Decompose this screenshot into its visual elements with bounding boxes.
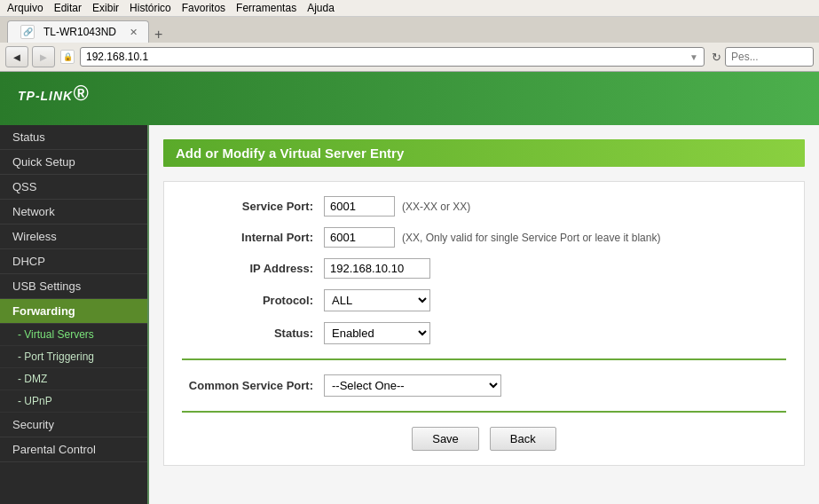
ip-address-label: IP Address: bbox=[182, 262, 324, 275]
status-row: Status: Enabled Disabled bbox=[182, 322, 786, 344]
menu-editar[interactable]: Editar bbox=[54, 2, 82, 14]
internal-port-hint: (XX, Only valid for single Service Port … bbox=[402, 232, 660, 244]
common-service-label: Common Service Port: bbox=[182, 379, 324, 392]
sidebar-label-security: Security bbox=[12, 418, 54, 431]
page-content: TP-LINK® Status Quick Setup QSS Network … bbox=[0, 72, 819, 504]
refresh-button[interactable]: ↻ bbox=[712, 51, 721, 64]
ip-address-row: IP Address: bbox=[182, 258, 786, 279]
sidebar-item-upnp[interactable]: - UPnP bbox=[0, 390, 147, 413]
sidebar: Status Quick Setup QSS Network Wireless … bbox=[0, 125, 149, 504]
browser-search-input[interactable] bbox=[725, 47, 814, 67]
menu-ferramentas[interactable]: Ferramentas bbox=[236, 2, 296, 14]
button-separator bbox=[182, 411, 786, 413]
internal-port-row: Internal Port: (XX, Only valid for singl… bbox=[182, 227, 786, 248]
forward-button[interactable]: ► bbox=[32, 46, 55, 67]
sidebar-item-qss[interactable]: QSS bbox=[0, 175, 147, 200]
sidebar-label-status: Status bbox=[12, 130, 45, 144]
sidebar-label-forwarding: Forwarding bbox=[12, 304, 75, 318]
tplink-header: TP-LINK® bbox=[0, 72, 819, 125]
service-port-input[interactable] bbox=[324, 196, 395, 217]
form-area: Service Port: (XX-XX or XX) Internal Por… bbox=[163, 181, 805, 466]
sidebar-label-virtual-servers: - Virtual Servers bbox=[18, 328, 94, 341]
protocol-field: ALL TCP UDP bbox=[324, 289, 430, 311]
sidebar-label-wireless: Wireless bbox=[12, 230, 57, 243]
internal-port-label: Internal Port: bbox=[182, 231, 324, 244]
protocol-row: Protocol: ALL TCP UDP bbox=[182, 289, 786, 311]
section-title: Add or Modify a Virtual Server Entry bbox=[163, 139, 805, 167]
new-tab-button[interactable]: + bbox=[149, 27, 168, 43]
sidebar-item-security[interactable]: Security bbox=[0, 413, 147, 437]
tplink-logo: TP-LINK® bbox=[18, 82, 89, 115]
common-service-row: Common Service Port: --Select One-- FTP … bbox=[182, 374, 786, 397]
menu-favoritos[interactable]: Favoritos bbox=[182, 2, 225, 14]
sidebar-item-parental[interactable]: Parental Control bbox=[0, 437, 147, 462]
common-service-field: --Select One-- FTP HTTP HTTPS SMTP DNS bbox=[324, 374, 501, 397]
sidebar-label-network: Network bbox=[12, 205, 55, 218]
sidebar-label-upnp: - UPnP bbox=[18, 395, 52, 407]
service-port-row: Service Port: (XX-XX or XX) bbox=[182, 196, 786, 217]
form-separator bbox=[182, 358, 786, 360]
internal-port-field: (XX, Only valid for single Service Port … bbox=[324, 227, 660, 248]
sidebar-item-dmz[interactable]: - DMZ bbox=[0, 368, 147, 390]
menu-arquivo[interactable]: Arquivo bbox=[7, 2, 43, 14]
protocol-select[interactable]: ALL TCP UDP bbox=[324, 289, 430, 311]
main-layout: Status Quick Setup QSS Network Wireless … bbox=[0, 125, 819, 504]
sidebar-label-dmz: - DMZ bbox=[18, 373, 47, 385]
status-select[interactable]: Enabled Disabled bbox=[324, 322, 430, 344]
logo-sup: ® bbox=[73, 82, 89, 105]
sidebar-item-usb[interactable]: USB Settings bbox=[0, 274, 147, 299]
tab-close-button[interactable]: ✕ bbox=[130, 27, 138, 38]
service-port-label: Service Port: bbox=[182, 200, 324, 213]
sidebar-item-forwarding[interactable]: Forwarding bbox=[0, 299, 147, 324]
internal-port-input[interactable] bbox=[324, 227, 395, 248]
menu-exibir[interactable]: Exibir bbox=[92, 2, 119, 14]
sidebar-label-qss: QSS bbox=[12, 180, 36, 193]
sidebar-item-dhcp[interactable]: DHCP bbox=[0, 249, 147, 274]
common-service-select[interactable]: --Select One-- FTP HTTP HTTPS SMTP DNS bbox=[324, 374, 501, 397]
url-dropdown-icon[interactable]: ▼ bbox=[689, 52, 698, 62]
sidebar-item-status[interactable]: Status bbox=[0, 125, 147, 150]
sidebar-label-parental: Parental Control bbox=[12, 443, 96, 456]
logo-text: TP-LINK bbox=[18, 89, 73, 103]
ip-address-field bbox=[324, 258, 430, 279]
active-tab[interactable]: 🔗 TL-WR1043ND ✕ bbox=[7, 20, 149, 43]
back-button[interactable]: ◄ bbox=[5, 46, 28, 67]
protocol-label: Protocol: bbox=[182, 294, 324, 307]
button-row: Save Back bbox=[182, 427, 786, 451]
sidebar-item-wireless[interactable]: Wireless bbox=[0, 224, 147, 249]
status-field: Enabled Disabled bbox=[324, 322, 430, 344]
browser-toolbar: ◄ ► 🔒 192.168.10.1 ▼ ↻ bbox=[0, 43, 819, 72]
save-button[interactable]: Save bbox=[412, 427, 479, 451]
browser-tab-bar: 🔗 TL-WR1043ND ✕ + bbox=[0, 17, 819, 43]
ip-address-input[interactable] bbox=[324, 258, 430, 279]
service-port-hint: (XX-XX or XX) bbox=[402, 201, 470, 213]
page-favicon: 🔒 bbox=[60, 50, 75, 64]
url-text: 192.168.10.1 bbox=[86, 51, 686, 63]
sidebar-item-port-triggering[interactable]: - Port Triggering bbox=[0, 346, 147, 368]
sidebar-label-usb: USB Settings bbox=[12, 280, 81, 293]
browser-menubar: Arquivo Editar Exibir Histórico Favorito… bbox=[0, 0, 819, 17]
menu-ajuda[interactable]: Ajuda bbox=[307, 2, 335, 14]
sidebar-item-quicksetup[interactable]: Quick Setup bbox=[0, 150, 147, 175]
menu-historico[interactable]: Histórico bbox=[130, 2, 171, 14]
sidebar-label-dhcp: DHCP bbox=[12, 255, 45, 268]
back-button[interactable]: Back bbox=[490, 427, 556, 451]
sidebar-label-quicksetup: Quick Setup bbox=[12, 155, 75, 169]
sidebar-item-virtual-servers[interactable]: - Virtual Servers bbox=[0, 324, 147, 346]
url-bar[interactable]: 192.168.10.1 ▼ bbox=[80, 47, 705, 67]
content-area: Add or Modify a Virtual Server Entry Ser… bbox=[149, 125, 819, 504]
tab-title: TL-WR1043ND bbox=[43, 26, 116, 38]
tab-favicon: 🔗 bbox=[20, 25, 35, 39]
sidebar-label-port-triggering: - Port Triggering bbox=[18, 350, 94, 363]
status-label: Status: bbox=[182, 327, 324, 340]
sidebar-item-network[interactable]: Network bbox=[0, 200, 147, 224]
service-port-field: (XX-XX or XX) bbox=[324, 196, 470, 217]
